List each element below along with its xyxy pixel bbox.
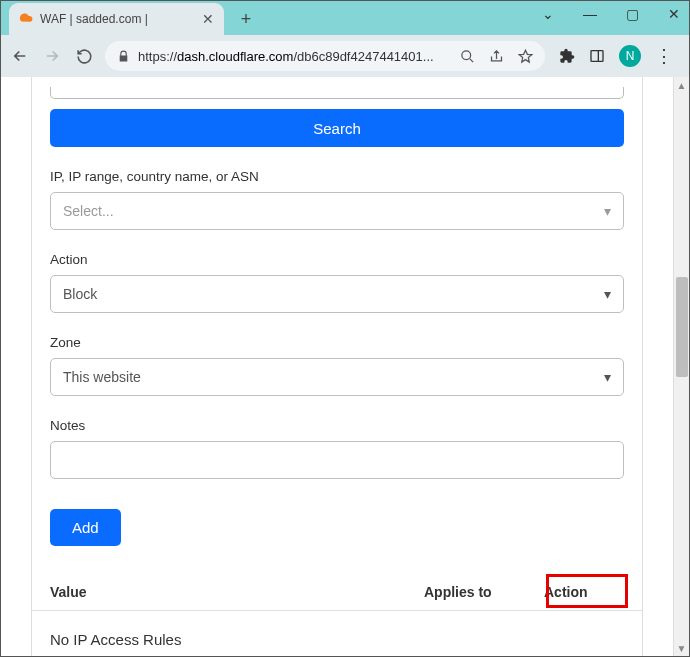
svg-rect-1 <box>591 51 603 62</box>
address-bar[interactable]: https://dash.cloudflare.com/db6c89df4247… <box>105 41 545 71</box>
action-label: Action <box>50 252 624 267</box>
action-select[interactable]: Block ▾ <box>50 275 624 313</box>
url-text: https://dash.cloudflare.com/db6c89df4247… <box>138 49 452 64</box>
action-select-value: Block <box>63 286 97 302</box>
search-icon[interactable] <box>460 49 475 64</box>
chevron-down-icon[interactable]: ⌄ <box>538 4 558 24</box>
browser-tab[interactable]: WAF | sadded.com | ✕ <box>9 3 224 35</box>
forward-button[interactable] <box>41 45 63 67</box>
cloudflare-icon <box>19 12 33 26</box>
scrollbar[interactable]: ▲ ▼ <box>673 77 689 656</box>
ip-label: IP, IP range, country name, or ASN <box>50 169 624 184</box>
panel-icon[interactable] <box>589 48 605 64</box>
menu-icon[interactable]: ⋮ <box>655 45 673 67</box>
star-icon[interactable] <box>518 49 533 64</box>
column-action[interactable]: Action <box>544 584 624 600</box>
zone-select[interactable]: This website ▾ <box>50 358 624 396</box>
table-header: Value Applies to Action <box>50 584 624 610</box>
tab-title: WAF | sadded.com | <box>40 12 148 26</box>
browser-toolbar: https://dash.cloudflare.com/db6c89df4247… <box>1 35 689 77</box>
share-icon[interactable] <box>489 49 504 64</box>
empty-state: No IP Access Rules <box>50 611 624 654</box>
back-button[interactable] <box>9 45 31 67</box>
window-controls: ⌄ — ▢ ✕ <box>538 4 684 24</box>
scrollbar-thumb[interactable] <box>676 277 688 377</box>
notes-input[interactable] <box>50 441 624 479</box>
ip-select-value: Select... <box>63 203 114 219</box>
zone-label: Zone <box>50 335 624 350</box>
column-applies-to[interactable]: Applies to <box>424 584 544 600</box>
caret-down-icon: ▾ <box>604 286 611 302</box>
profile-avatar[interactable]: N <box>619 45 641 67</box>
minimize-icon[interactable]: — <box>580 4 600 24</box>
zone-select-value: This website <box>63 369 141 385</box>
titlebar: WAF | sadded.com | ✕ + ⌄ — ▢ ✕ <box>1 1 689 35</box>
caret-down-icon: ▾ <box>604 203 611 219</box>
maximize-icon[interactable]: ▢ <box>622 4 642 24</box>
caret-down-icon: ▾ <box>604 369 611 385</box>
svg-point-0 <box>462 50 471 59</box>
search-button[interactable]: Search <box>50 109 624 147</box>
reload-button[interactable] <box>73 45 95 67</box>
notes-label: Notes <box>50 418 624 433</box>
close-tab-icon[interactable]: ✕ <box>202 11 214 27</box>
extensions-icon[interactable] <box>559 48 575 64</box>
column-value[interactable]: Value <box>50 584 424 600</box>
scroll-up-icon[interactable]: ▲ <box>674 77 689 93</box>
scroll-down-icon[interactable]: ▼ <box>674 640 689 656</box>
lock-icon <box>117 50 130 63</box>
search-input-bottom[interactable] <box>50 87 624 99</box>
new-tab-button[interactable]: + <box>232 5 260 33</box>
ip-select[interactable]: Select... ▾ <box>50 192 624 230</box>
close-window-icon[interactable]: ✕ <box>664 4 684 24</box>
add-button[interactable]: Add <box>50 509 121 546</box>
page-content: Search IP, IP range, country name, or AS… <box>1 77 673 656</box>
